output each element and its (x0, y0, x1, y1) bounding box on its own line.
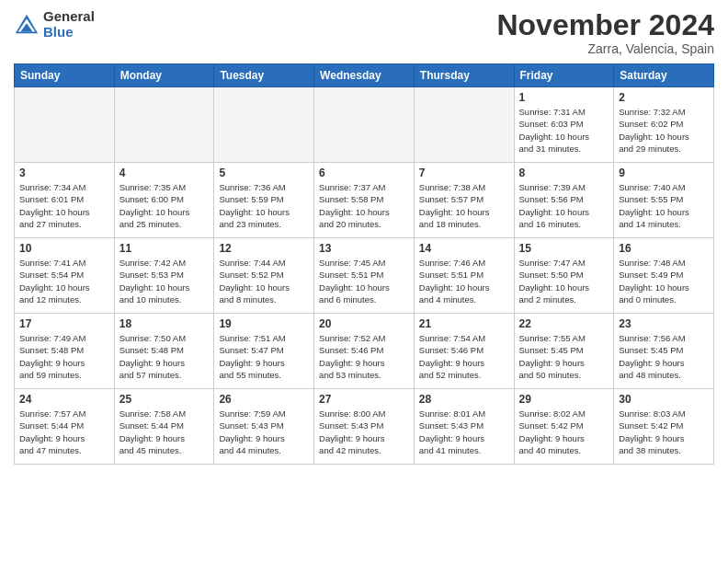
day-info: Sunrise: 7:42 AMSunset: 5:53 PMDaylight:… (119, 257, 210, 305)
day-number: 6 (319, 167, 409, 179)
day-info: Sunrise: 7:55 AMSunset: 5:45 PMDaylight:… (519, 332, 609, 381)
calendar-cell: 8Sunrise: 7:39 AMSunset: 5:56 PMDaylight… (514, 163, 614, 238)
day-number: 13 (319, 242, 409, 255)
day-number: 21 (419, 317, 509, 330)
calendar-cell: 13Sunrise: 7:45 AMSunset: 5:51 PMDayligh… (314, 238, 415, 314)
day-info: Sunrise: 8:00 AMSunset: 5:43 PMDaylight:… (319, 408, 409, 456)
calendar-cell: 3Sunrise: 7:34 AMSunset: 6:01 PMDaylight… (15, 163, 115, 238)
calendar-table: SundayMondayTuesdayWednesdayThursdayFrid… (14, 63, 714, 465)
calendar-cell: 17Sunrise: 7:49 AMSunset: 5:48 PMDayligh… (15, 314, 115, 389)
day-number: 15 (519, 242, 609, 255)
month-title: November 2024 (496, 9, 714, 41)
location-text: Zarra, Valencia, Spain (496, 41, 714, 56)
calendar-cell: 2Sunrise: 7:32 AMSunset: 6:02 PMDaylight… (614, 87, 714, 163)
calendar-week-row: 24Sunrise: 7:57 AMSunset: 5:44 PMDayligh… (15, 389, 714, 465)
calendar-cell: 29Sunrise: 8:02 AMSunset: 5:42 PMDayligh… (514, 389, 614, 465)
day-number: 27 (319, 393, 409, 406)
calendar-cell (214, 87, 314, 163)
day-info: Sunrise: 7:45 AMSunset: 5:51 PMDaylight:… (319, 257, 409, 305)
logo-text: General Blue (43, 9, 95, 40)
calendar-cell: 6Sunrise: 7:37 AMSunset: 5:58 PMDaylight… (314, 163, 415, 238)
calendar-cell: 20Sunrise: 7:52 AMSunset: 5:46 PMDayligh… (314, 314, 415, 389)
calendar-cell (15, 87, 115, 163)
calendar-cell: 7Sunrise: 7:38 AMSunset: 5:57 PMDaylight… (414, 163, 514, 238)
calendar-cell: 24Sunrise: 7:57 AMSunset: 5:44 PMDayligh… (15, 389, 115, 465)
day-info: Sunrise: 7:51 AMSunset: 5:47 PMDaylight:… (219, 332, 309, 381)
day-number: 20 (319, 317, 409, 330)
calendar-week-row: 3Sunrise: 7:34 AMSunset: 6:01 PMDaylight… (15, 163, 714, 238)
calendar-week-row: 17Sunrise: 7:49 AMSunset: 5:48 PMDayligh… (15, 314, 714, 389)
calendar-cell: 15Sunrise: 7:47 AMSunset: 5:50 PMDayligh… (514, 238, 614, 314)
day-info: Sunrise: 7:31 AMSunset: 6:03 PMDaylight:… (519, 106, 609, 155)
day-number: 12 (219, 242, 309, 255)
calendar-cell: 21Sunrise: 7:54 AMSunset: 5:46 PMDayligh… (414, 314, 514, 389)
day-number: 8 (519, 167, 609, 179)
calendar-cell: 18Sunrise: 7:50 AMSunset: 5:48 PMDayligh… (114, 314, 214, 389)
day-info: Sunrise: 7:39 AMSunset: 5:56 PMDaylight:… (519, 181, 609, 230)
day-number: 29 (519, 393, 609, 406)
day-info: Sunrise: 8:02 AMSunset: 5:42 PMDaylight:… (519, 408, 609, 456)
day-number: 25 (119, 393, 210, 406)
weekday-header-friday: Friday (514, 64, 614, 87)
day-info: Sunrise: 7:52 AMSunset: 5:46 PMDaylight:… (319, 332, 409, 381)
day-number: 14 (419, 242, 509, 255)
weekday-header-row: SundayMondayTuesdayWednesdayThursdayFrid… (15, 64, 714, 87)
calendar-cell (114, 87, 214, 163)
day-info: Sunrise: 7:47 AMSunset: 5:50 PMDaylight:… (519, 257, 609, 305)
day-info: Sunrise: 7:37 AMSunset: 5:58 PMDaylight:… (319, 181, 409, 230)
calendar-cell: 23Sunrise: 7:56 AMSunset: 5:45 PMDayligh… (614, 314, 714, 389)
day-info: Sunrise: 8:03 AMSunset: 5:42 PMDaylight:… (619, 408, 709, 456)
calendar-cell: 22Sunrise: 7:55 AMSunset: 5:45 PMDayligh… (514, 314, 614, 389)
title-block: November 2024 Zarra, Valencia, Spain (496, 9, 714, 56)
calendar-cell: 28Sunrise: 8:01 AMSunset: 5:43 PMDayligh… (414, 389, 514, 465)
day-number: 24 (19, 393, 109, 406)
day-number: 23 (619, 317, 709, 330)
logo: General Blue (14, 9, 95, 40)
day-info: Sunrise: 7:35 AMSunset: 6:00 PMDaylight:… (119, 181, 210, 230)
day-info: Sunrise: 7:54 AMSunset: 5:46 PMDaylight:… (419, 332, 509, 381)
day-number: 1 (519, 91, 609, 104)
page-container: General Blue November 2024 Zarra, Valenc… (0, 0, 728, 474)
day-number: 2 (619, 91, 709, 104)
calendar-cell: 30Sunrise: 8:03 AMSunset: 5:42 PMDayligh… (614, 389, 714, 465)
weekday-header-tuesday: Tuesday (214, 64, 314, 87)
day-info: Sunrise: 7:56 AMSunset: 5:45 PMDaylight:… (619, 332, 709, 381)
day-info: Sunrise: 7:34 AMSunset: 6:01 PMDaylight:… (19, 181, 109, 230)
calendar-cell: 11Sunrise: 7:42 AMSunset: 5:53 PMDayligh… (114, 238, 214, 314)
calendar-cell: 9Sunrise: 7:40 AMSunset: 5:55 PMDaylight… (614, 163, 714, 238)
day-info: Sunrise: 7:32 AMSunset: 6:02 PMDaylight:… (619, 106, 709, 155)
calendar-cell: 16Sunrise: 7:48 AMSunset: 5:49 PMDayligh… (614, 238, 714, 314)
day-number: 10 (19, 242, 109, 255)
day-info: Sunrise: 7:46 AMSunset: 5:51 PMDaylight:… (419, 257, 509, 305)
weekday-header-monday: Monday (114, 64, 214, 87)
weekday-header-sunday: Sunday (15, 64, 115, 87)
calendar-cell: 1Sunrise: 7:31 AMSunset: 6:03 PMDaylight… (514, 87, 614, 163)
day-number: 30 (619, 393, 709, 406)
day-number: 16 (619, 242, 709, 255)
day-number: 22 (519, 317, 609, 330)
day-info: Sunrise: 7:36 AMSunset: 5:59 PMDaylight:… (219, 181, 309, 230)
day-number: 11 (119, 242, 210, 255)
calendar-cell: 19Sunrise: 7:51 AMSunset: 5:47 PMDayligh… (214, 314, 314, 389)
day-info: Sunrise: 7:59 AMSunset: 5:43 PMDaylight:… (219, 408, 309, 456)
calendar-cell: 25Sunrise: 7:58 AMSunset: 5:44 PMDayligh… (114, 389, 214, 465)
day-info: Sunrise: 7:38 AMSunset: 5:57 PMDaylight:… (419, 181, 509, 230)
calendar-cell: 14Sunrise: 7:46 AMSunset: 5:51 PMDayligh… (414, 238, 514, 314)
weekday-header-saturday: Saturday (614, 64, 714, 87)
calendar-week-row: 10Sunrise: 7:41 AMSunset: 5:54 PMDayligh… (15, 238, 714, 314)
day-number: 26 (219, 393, 309, 406)
day-info: Sunrise: 7:57 AMSunset: 5:44 PMDaylight:… (19, 408, 109, 456)
calendar-cell: 12Sunrise: 7:44 AMSunset: 5:52 PMDayligh… (214, 238, 314, 314)
day-number: 5 (219, 167, 309, 179)
calendar-cell (414, 87, 514, 163)
day-number: 18 (119, 317, 210, 330)
day-info: Sunrise: 7:58 AMSunset: 5:44 PMDaylight:… (119, 408, 210, 456)
day-number: 17 (19, 317, 109, 330)
day-info: Sunrise: 7:48 AMSunset: 5:49 PMDaylight:… (619, 257, 709, 305)
day-number: 9 (619, 167, 709, 179)
calendar-cell: 4Sunrise: 7:35 AMSunset: 6:00 PMDaylight… (114, 163, 214, 238)
day-info: Sunrise: 8:01 AMSunset: 5:43 PMDaylight:… (419, 408, 509, 456)
day-number: 3 (19, 167, 109, 179)
calendar-cell: 5Sunrise: 7:36 AMSunset: 5:59 PMDaylight… (214, 163, 314, 238)
day-info: Sunrise: 7:50 AMSunset: 5:48 PMDaylight:… (119, 332, 210, 381)
